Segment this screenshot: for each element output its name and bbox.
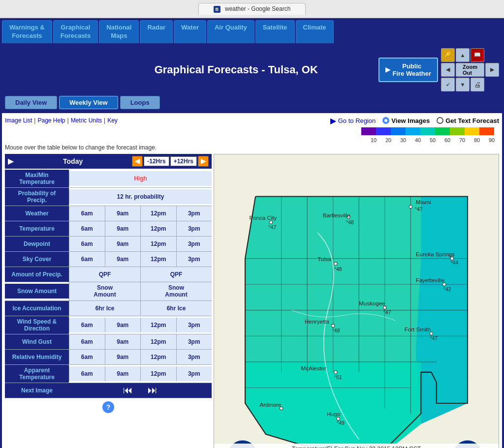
down-left-icon[interactable]: ↙ — [441, 78, 455, 91]
nav-tab-climate[interactable]: Climate — [296, 20, 334, 43]
cell-dew-3pm[interactable]: 3pm — [176, 237, 212, 251]
cell-rh-9am[interactable]: 9am — [105, 350, 141, 364]
city-label-mcalester: McAlester — [301, 365, 326, 371]
cell-rh-12pm[interactable]: 12pm — [140, 350, 176, 364]
nav-tab-warnings[interactable]: Warnings &Forecasts — [2, 20, 52, 43]
cell-qpf-1[interactable]: QPF — [69, 267, 140, 282]
cell-weather-6am[interactable]: 6am — [69, 206, 105, 221]
row-label-humidity: Relative Humidity — [5, 350, 69, 364]
cell-apparent-3pm[interactable]: 3pm — [176, 366, 212, 381]
fire-weather-button[interactable]: ▶ PublicFire Weather — [378, 58, 438, 82]
cell-sky-3pm[interactable]: 3pm — [176, 252, 212, 267]
cell-wind-9am[interactable]: 9am — [105, 318, 141, 332]
get-text-option[interactable]: Get Text Forecast — [437, 117, 499, 124]
down-arrow-icon[interactable]: ▼ — [456, 78, 470, 91]
zoom-out-button[interactable]: ZoomOut — [456, 63, 484, 77]
cell-weather-9am[interactable]: 9am — [105, 206, 141, 221]
tab-loops[interactable]: Loops — [120, 96, 160, 109]
bookmark-icon[interactable]: 📖 — [471, 48, 484, 62]
cell-sky-12pm[interactable]: 12pm — [140, 252, 176, 267]
row-label-dewpoint: Dewpoint — [5, 237, 69, 251]
view-images-option[interactable]: View Images — [382, 117, 430, 124]
city-label-muskogee: Muskogee — [359, 300, 385, 306]
nav-tab-graphical[interactable]: GraphicalForecasts — [53, 20, 98, 43]
nav-tab-radar[interactable]: Radar — [140, 20, 173, 43]
cell-dew-6am[interactable]: 6am — [69, 237, 105, 251]
row-cells-ice: 6hr Ice 6hr Ice — [69, 301, 212, 316]
go-to-region-button[interactable]: ▶ Go to Region — [330, 116, 376, 125]
cell-ice-1[interactable]: 6hr Ice — [69, 301, 140, 316]
nav-tab-national[interactable]: NationalMaps — [99, 20, 139, 43]
cell-dew-12pm[interactable]: 12pm — [140, 237, 176, 251]
cell-apparent-9am[interactable]: 9am — [105, 366, 141, 381]
left-arrow-icon[interactable]: ◀ — [441, 63, 455, 77]
cell-temp-12pm[interactable]: 12pm — [140, 221, 176, 236]
row-label-snow: Snow Amount — [5, 284, 69, 299]
main-layout: ▶ Today ◀ -12Hrs +12Hrs ▶ Max/MinTempera… — [5, 154, 499, 448]
cell-sky-9am[interactable]: 9am — [105, 252, 141, 267]
city-dot-miami — [409, 205, 412, 208]
cell-12hr-prob[interactable]: 12 hr. probability — [69, 189, 212, 204]
up-arrow-icon[interactable]: ▲ — [456, 48, 470, 62]
tab-weekly[interactable]: Weekly View — [59, 96, 118, 109]
cell-gust-3pm[interactable]: 3pm — [176, 334, 212, 349]
row-cells-precip-amount: QPF QPF — [69, 267, 212, 282]
city-label-ponca: Ponca City — [249, 215, 277, 221]
cell-apparent-6am[interactable]: 6am — [69, 366, 105, 381]
cell-rh-6am[interactable]: 6am — [69, 350, 105, 364]
cell-temp-6am[interactable]: 6am — [69, 221, 105, 236]
last-frame-button[interactable]: ⏭ — [148, 385, 158, 396]
cell-weather-3pm[interactable]: 3pm — [176, 206, 212, 221]
cell-gust-6am[interactable]: 6am — [69, 334, 105, 349]
nav-tab-satellite[interactable]: Satellite — [255, 20, 295, 43]
row-apparent-temp: ApparentTemperature 6am 9am 12pm 3pm — [5, 365, 212, 383]
row-label-skycover: Sky Cover — [5, 252, 69, 267]
play-today-icon: ▶ — [8, 156, 14, 166]
nav-tab-airquality[interactable]: Air Quality — [207, 20, 254, 43]
nav-tab-water[interactable]: Water — [174, 20, 206, 43]
cell-qpf-2[interactable]: QPF — [140, 267, 212, 282]
cell-temp-9am[interactable]: 9am — [105, 221, 141, 236]
help-button[interactable]: ? — [102, 401, 114, 413]
page-help-link[interactable]: Page Help — [37, 117, 65, 124]
metric-units-link[interactable]: Metric Units — [71, 117, 102, 124]
tab-title: weather - Google Search — [225, 5, 290, 12]
cell-temp-3pm[interactable]: 3pm — [176, 221, 212, 236]
image-list-link[interactable]: Image List — [5, 117, 32, 124]
browser-tab[interactable]: B weather - Google Search — [198, 3, 306, 15]
view-images-radio[interactable] — [382, 117, 389, 124]
first-frame-button[interactable]: ⏮ — [123, 385, 133, 396]
cell-sky-6am[interactable]: 6am — [69, 252, 105, 267]
scale-seg-2 — [376, 127, 391, 135]
time-controls: ◀ -12Hrs +12Hrs ▶ — [132, 156, 209, 167]
row-next-image: Next Image ⏮ ⏭ — [5, 383, 212, 398]
city-dot-mcalester — [334, 371, 337, 374]
row-windgust: Wind Gust 6am 9am 12pm 3pm — [5, 334, 212, 350]
tab-icon: B — [214, 6, 220, 13]
cell-wind-12pm[interactable]: 12pm — [140, 318, 176, 332]
tab-daily[interactable]: Daily View — [5, 96, 57, 109]
key-icon[interactable]: 🔑 — [441, 48, 455, 62]
right-arrow-icon[interactable]: ▶ — [485, 63, 499, 77]
cell-dew-9am[interactable]: 9am — [105, 237, 141, 251]
cell-weather-12pm[interactable]: 12pm — [140, 206, 176, 221]
cell-rh-3pm[interactable]: 3pm — [176, 350, 212, 364]
city-label-ardmore: Ardmore — [259, 402, 281, 408]
cell-ice-2[interactable]: 6hr Ice — [140, 301, 212, 316]
cell-apparent-12pm[interactable]: 12pm — [140, 366, 176, 381]
cell-gust-9am[interactable]: 9am — [105, 334, 141, 349]
forward-arrow-button[interactable]: ▶ — [198, 156, 209, 167]
key-link[interactable]: Key — [107, 117, 118, 124]
back-arrow-button[interactable]: ◀ — [132, 156, 143, 167]
cell-snow-2[interactable]: Snow Amount — [140, 282, 212, 300]
cell-high[interactable]: High — [69, 171, 212, 186]
print-icon[interactable]: 🖨 — [471, 78, 484, 91]
get-text-radio[interactable] — [437, 117, 443, 124]
cell-wind-6am[interactable]: 6am — [69, 318, 105, 332]
row-cells-dewpoint: 6am 9am 12pm 3pm — [69, 237, 212, 251]
cell-wind-3pm[interactable]: 3pm — [176, 318, 212, 332]
color-scale-wrap: 10 20 30 40 50 60 70 80 90 — [5, 127, 499, 143]
cell-gust-12pm[interactable]: 12pm — [140, 334, 176, 349]
scale-seg-6 — [435, 127, 450, 135]
cell-snow-1[interactable]: Snow Amount — [69, 282, 140, 300]
